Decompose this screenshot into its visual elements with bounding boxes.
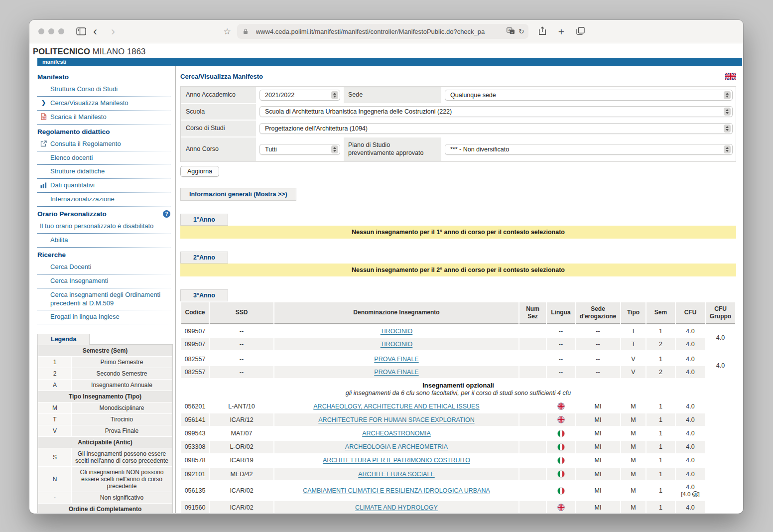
- tipo-cell: M: [621, 400, 645, 412]
- legend-description: Insegnamento Annuale: [72, 380, 172, 391]
- ssd-cell: --: [210, 338, 273, 350]
- translate-icon[interactable]: A a: [507, 27, 515, 36]
- sede-select[interactable]: Qualunque sede: [445, 90, 733, 101]
- zoom-window-button[interactable]: [58, 28, 64, 34]
- favorites-star-icon[interactable]: ☆: [223, 26, 231, 37]
- course-row: 099543MAT/07ARCHEOASTRONOMIAMIM14.0: [181, 427, 735, 439]
- sede-erogazione-cell: MI: [576, 501, 620, 513]
- course-table: Codice SSD Denominazione Insegnamento Nu…: [180, 301, 736, 513]
- anno-accademico-select[interactable]: 2021/2022: [259, 90, 340, 101]
- uk-flag-icon[interactable]: [725, 73, 736, 80]
- share-icon[interactable]: [538, 26, 546, 37]
- course-link[interactable]: TIROCINIO: [381, 328, 413, 335]
- piano-di-studio-select[interactable]: *** - Non diversificato: [445, 144, 733, 155]
- col-header-ssd: SSD: [210, 302, 273, 324]
- sidebar-item[interactable]: Dati quantitativi: [37, 179, 170, 193]
- new-tab-icon[interactable]: +: [558, 26, 564, 37]
- sidebar-item[interactable]: Consulta il Regolamento: [37, 137, 170, 151]
- lingua-cell: --: [547, 353, 575, 365]
- sidebar-item[interactable]: Internazionalizzazione: [37, 193, 170, 207]
- course-link[interactable]: ARCHITETTURA PER IL PATRIMONIO COSTRUITO: [323, 457, 470, 464]
- course-link[interactable]: ARCHAEOLOGY, ARCHITECTURE AND ETHICAL IS…: [313, 403, 479, 410]
- sede-label: Sede: [344, 87, 441, 103]
- lingua-cell: [547, 501, 575, 513]
- ssd-cell: --: [210, 366, 273, 378]
- pdf-icon: PDF: [40, 113, 47, 121]
- tipo-cell: M: [621, 427, 645, 439]
- corso-di-studi-select[interactable]: Progettazione dell'Architettura (1094): [259, 123, 733, 134]
- sidebar-item[interactable]: Strutture didattiche: [37, 165, 170, 179]
- sidebar-item[interactable]: Cerca Docenti: [37, 261, 170, 274]
- legend-symbol: A: [38, 380, 71, 391]
- scuola-select[interactable]: Scuola di Architettura Urbanistica Ingeg…: [259, 106, 733, 117]
- ssd-cell: MAT/07: [210, 427, 273, 439]
- aggiorna-button[interactable]: Aggiorna: [180, 166, 219, 177]
- codice-cell: 099507: [181, 338, 209, 350]
- close-window-button[interactable]: [38, 28, 44, 34]
- sidebar-item[interactable]: ❯Cerca/Visualizza Manifesto: [37, 97, 170, 111]
- legend-symbol: S: [38, 448, 71, 466]
- num-sez-cell: [519, 400, 546, 412]
- info-generali-box: Informazioni generali (Mostra >>): [180, 188, 296, 201]
- tipo-cell: M: [621, 501, 645, 513]
- sidebar-item-label: Erogati in lingua Inglese: [50, 313, 120, 320]
- sede-erogazione-cell: --: [576, 325, 620, 337]
- denominazione-cell: CAMBIAMENTI CLIMATICI E RESILIENZA IDROL…: [274, 481, 518, 500]
- course-link[interactable]: CAMBIAMENTI CLIMATICI E RESILIENZA IDROL…: [303, 487, 490, 494]
- course-link[interactable]: TIROCINIO: [381, 341, 413, 348]
- minimize-window-button[interactable]: [48, 28, 54, 34]
- sidebar-item[interactable]: Erogati in lingua Inglese: [37, 310, 170, 324]
- sem-cell: 2: [646, 338, 675, 350]
- back-button[interactable]: ‹: [93, 25, 97, 37]
- italian-flag-icon: [557, 457, 565, 464]
- codice-cell: 099507: [181, 325, 209, 337]
- sidebar-item[interactable]: Abilita: [37, 234, 170, 248]
- lingua-cell: [547, 454, 575, 467]
- sidebar-section-title: Manifesto: [37, 70, 170, 83]
- section-note: gli insegnamenti da 6 cfu sono facoltati…: [183, 390, 733, 397]
- codice-cell: 091560: [181, 501, 209, 513]
- lingua-cell: [547, 441, 575, 453]
- codice-cell: 053308: [181, 441, 209, 453]
- cfu-cell: 4.0: [676, 325, 705, 337]
- sidebar-item[interactable]: Cerca Insegnamenti: [37, 274, 170, 288]
- col-header-cfu-gruppo: CFU Gruppo: [706, 302, 735, 324]
- sidebar-item: Il tuo orario personalizzato è disabilit…: [37, 220, 170, 234]
- codice-cell: 092101: [181, 468, 209, 480]
- course-link[interactable]: ARCHEOASTRONOMIA: [362, 430, 431, 437]
- sidebar-item[interactable]: Elenco docenti: [37, 151, 170, 165]
- course-link[interactable]: ARCHITECTURE FOR HUMAN SPACE EXPLORATION: [318, 416, 474, 423]
- sidebar-toggle-icon[interactable]: [76, 27, 86, 35]
- cfu-cell: 4.0: [676, 400, 705, 412]
- reload-icon[interactable]: ↻: [518, 27, 524, 35]
- help-icon[interactable]: ?: [163, 210, 170, 218]
- url-bar[interactable]: www4.ceda.polimi.it/manifesti/manifesti/…: [237, 24, 528, 39]
- sidebar-item-label: Abilita: [50, 236, 68, 244]
- year-1-empty-banner: Nessun insegnamento per il 1° anno di co…: [180, 226, 736, 239]
- sidebar-item[interactable]: Struttura Corso di Studi: [37, 83, 170, 97]
- course-link[interactable]: PROVA FINALE: [374, 356, 418, 363]
- cfu-cell: 4.0: [676, 353, 705, 365]
- course-link[interactable]: CLIMATE AND HYDROLOGY: [355, 504, 438, 511]
- sidebar-item-label: Cerca/Visualizza Manifesto: [50, 99, 129, 107]
- anno-corso-select[interactable]: Tutti: [259, 144, 340, 155]
- tabs-overview-icon[interactable]: [576, 27, 585, 36]
- denominazione-cell: PROVA FINALE: [274, 353, 518, 365]
- ssd-cell: ICAR/02: [210, 481, 273, 500]
- sidebar-item[interactable]: PDFScarica il Manifesto: [37, 111, 170, 125]
- lingua-cell: --: [547, 338, 575, 350]
- sem-cell: 1: [646, 501, 675, 513]
- codice-cell: 056135: [181, 481, 209, 500]
- course-row: 092101MED/42ARCHITETTURA SOCIALEMIM14.0: [181, 468, 735, 480]
- sem-cell: 1: [646, 454, 675, 467]
- sidebar-item[interactable]: Cerca insegnamenti degli Ordinamenti pre…: [37, 288, 170, 311]
- lingua-cell: --: [547, 366, 575, 378]
- svg-text:A: A: [508, 28, 511, 31]
- mostra-link[interactable]: Mostra >>: [256, 191, 285, 198]
- num-sez-cell: [519, 468, 546, 480]
- course-link[interactable]: ARCHEOLOGIA E ARCHEOMETRIA: [345, 443, 448, 450]
- legend-symbol: 1: [38, 357, 71, 368]
- course-link[interactable]: ARCHITETTURA SOCIALE: [358, 471, 435, 478]
- legend-row: MMonodisciplinare: [38, 402, 172, 413]
- course-link[interactable]: PROVA FINALE: [374, 369, 418, 376]
